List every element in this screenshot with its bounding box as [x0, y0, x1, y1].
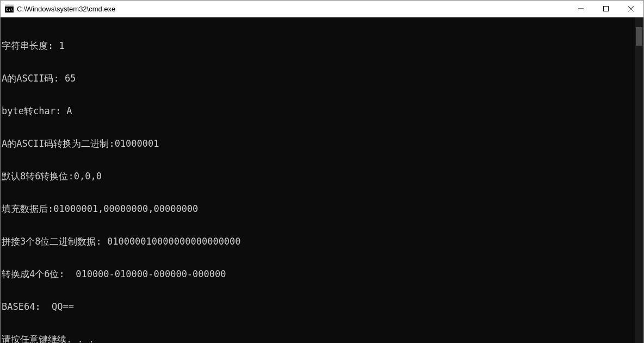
output-line: 字符串长度: 1	[2, 40, 635, 51]
window-controls	[568, 1, 643, 17]
output-line: BASE64: QQ==	[2, 301, 635, 312]
output-line: A的ASCII码: 65	[2, 73, 635, 84]
console-area: 字符串长度: 1 A的ASCII码: 65 byte转char: A A的ASC…	[1, 17, 643, 343]
output-line: 请按任意键继续. . .	[2, 334, 635, 343]
close-button[interactable]	[618, 1, 643, 17]
svg-text:C:\: C:\	[6, 8, 13, 12]
titlebar[interactable]: C:\ C:\Windows\system32\cmd.exe	[1, 1, 643, 17]
vertical-scrollbar[interactable]	[635, 17, 643, 343]
console-output[interactable]: 字符串长度: 1 A的ASCII码: 65 byte转char: A A的ASC…	[1, 17, 635, 343]
maximize-button[interactable]	[593, 1, 618, 17]
output-line: 默认8转6转换位:0,0,0	[2, 171, 635, 182]
svg-rect-1	[5, 5, 14, 7]
output-line: byte转char: A	[2, 105, 635, 116]
minimize-button[interactable]	[568, 1, 593, 17]
output-line: A的ASCII码转换为二进制:01000001	[2, 138, 635, 149]
cmd-icon: C:\	[5, 4, 14, 13]
output-line: 填充数据后:01000001,00000000,00000000	[2, 203, 635, 214]
output-line: 拼接3个8位二进制数据: 010000010000000000000000	[2, 236, 635, 247]
svg-rect-4	[604, 7, 609, 11]
output-line: 转换成4个6位: 010000-010000-000000-000000	[2, 269, 635, 279]
window-title: C:\Windows\system32\cmd.exe	[17, 5, 568, 13]
scrollbar-thumb[interactable]	[636, 27, 642, 46]
cmd-window: C:\ C:\Windows\system32\cmd.exe 字符串长度: 1…	[0, 0, 644, 343]
